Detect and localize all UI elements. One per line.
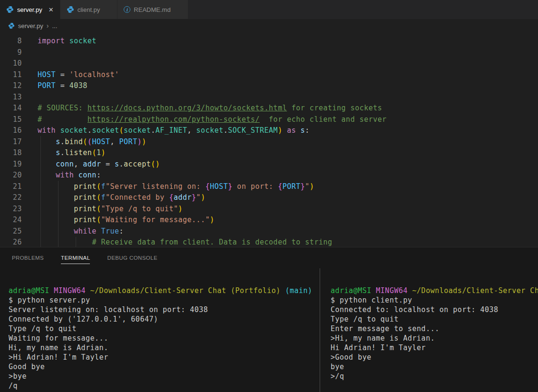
token: with <box>56 171 74 179</box>
token <box>38 216 74 224</box>
token <box>38 227 74 235</box>
breadcrumb-ellipsis[interactable]: ... <box>52 22 57 29</box>
code-line[interactable]: 14# SOURCES: https://docs.python.org/3/h… <box>0 103 538 114</box>
line-number: 21 <box>0 181 22 193</box>
breadcrumb-file[interactable]: server.py <box>18 22 43 29</box>
line-number: 17 <box>0 137 22 148</box>
token <box>296 126 301 135</box>
terminal-split: adria@MSI MINGW64 ~/Downloads/Client-Ser… <box>0 268 538 392</box>
breadcrumb[interactable]: server.py › ... <box>0 19 538 32</box>
token: >Hi, my name is Adrian. <box>331 334 435 343</box>
tab-server-py[interactable]: server.py ✕ <box>0 0 60 19</box>
token: adria@MSI <box>331 286 372 295</box>
token: accept <box>124 160 151 168</box>
indent-guide <box>40 136 41 247</box>
code-text: s.listen(1) <box>22 147 106 159</box>
code-editor[interactable]: 8import socket91011HOST = 'localhost'12P… <box>0 32 538 247</box>
code-line[interactable]: 22 print(f"Connected by {addr}") <box>0 192 538 204</box>
token: PORT <box>38 81 56 90</box>
token: with <box>38 126 56 135</box>
code-line[interactable]: 8import socket <box>0 36 538 47</box>
token: , <box>74 160 83 168</box>
vscode-window: server.py ✕ client.py i README.md server… <box>0 0 538 392</box>
token: as <box>287 126 296 135</box>
token: True <box>101 227 119 235</box>
info-icon: i <box>124 6 130 13</box>
token: print <box>74 182 97 191</box>
indent-guide <box>58 181 59 247</box>
terminal-line: Server listening on: localhost on port: … <box>9 305 320 314</box>
token: ) <box>137 137 142 146</box>
code-line[interactable]: 24 print("Waiting for message...") <box>0 215 538 226</box>
code-line[interactable]: 23 print("Type /q to quit") <box>0 204 538 215</box>
code-line[interactable]: 21 print(f"Server listening on: {HOST} o… <box>0 181 538 193</box>
token: . <box>88 126 92 135</box>
token: } <box>192 193 196 202</box>
code-line[interactable]: 20 with conn: <box>0 170 538 181</box>
code-line[interactable]: 25 while True: <box>0 226 538 237</box>
token: " <box>305 182 310 191</box>
token: (main) <box>285 286 312 295</box>
token: Server listening on: localhost on port: … <box>9 305 208 314</box>
code-line[interactable]: 18 s.listen(1) <box>0 147 538 159</box>
bottom-panel: PROBLEMS TERMINAL DEBUG CONSOLE adria@MS… <box>0 247 538 392</box>
token: import <box>38 37 65 45</box>
close-icon[interactable]: ✕ <box>49 6 54 13</box>
token: PORT <box>283 182 301 191</box>
token: 4038 <box>69 81 88 90</box>
token <box>56 126 60 135</box>
token: HOST <box>92 137 110 146</box>
terminal-client[interactable]: adria@MSI MINGW64 ~/Downloads/Client-Ser… <box>320 268 538 392</box>
chevron-right-icon: › <box>47 22 49 29</box>
line-number: 12 <box>0 80 22 92</box>
token: f <box>101 193 106 202</box>
code-line[interactable]: 13 <box>0 92 538 103</box>
code-line[interactable]: 15# https://realpython.com/python-socket… <box>0 114 538 126</box>
token: # SOURCES: <box>38 104 88 112</box>
token: HOST <box>38 70 56 79</box>
token: # <box>38 115 88 124</box>
code-line[interactable]: 9 <box>0 47 538 59</box>
line-number: 9 <box>0 47 22 59</box>
token: /q <box>9 382 18 390</box>
code-text <box>22 92 38 103</box>
panel-tab-terminal[interactable]: TERMINAL <box>61 252 90 264</box>
panel-tab-problems[interactable]: PROBLEMS <box>12 252 44 264</box>
code-text: with conn: <box>22 170 101 181</box>
token: Waiting for message... <box>9 334 108 343</box>
token: Type /q to quit <box>9 324 77 333</box>
tab-readme-md[interactable]: i README.md <box>117 0 188 19</box>
token: } <box>301 182 305 191</box>
tab-label: server.py <box>17 6 42 13</box>
terminal-server[interactable]: adria@MSI MINGW64 ~/Downloads/Client-Ser… <box>0 268 320 392</box>
token: print <box>74 193 97 202</box>
code-line[interactable]: 10 <box>0 58 538 69</box>
tab-client-py[interactable]: client.py <box>60 0 118 19</box>
token: , <box>187 126 196 135</box>
panel-tab-debug-console[interactable]: DEBUG CONSOLE <box>107 252 157 264</box>
token: "Server listening on: <box>106 182 205 191</box>
token: = <box>101 160 115 168</box>
token: { <box>205 182 210 191</box>
token: "Type /q to quit" <box>101 205 178 213</box>
token: MINGW64 <box>376 286 408 295</box>
code-line[interactable]: 17 s.bind((HOST, PORT)) <box>0 137 538 148</box>
token: : <box>119 227 124 235</box>
token: Hi, my name is Adrian. <box>9 343 108 352</box>
token <box>86 286 90 295</box>
tab-label: client.py <box>78 6 100 13</box>
code-text <box>22 58 38 69</box>
code-line[interactable]: 26 # Receive data from client. Data is d… <box>0 237 538 247</box>
token: $ python client.py <box>331 296 412 304</box>
code-line[interactable]: 11HOST = 'localhost' <box>0 69 538 81</box>
token: https://docs.python.org/3/howto/sockets.… <box>88 104 287 112</box>
token: AF_INET <box>156 126 187 135</box>
token: bye <box>331 363 344 371</box>
token: : <box>97 171 101 179</box>
code-line[interactable]: 16with socket.socket(socket.AF_INET, soc… <box>0 125 538 137</box>
token: SOCK_STREAM <box>228 126 278 135</box>
code-line[interactable]: 12PORT = 4038 <box>0 80 538 92</box>
line-number: 8 <box>0 36 22 47</box>
code-line[interactable]: 19 conn, addr = s.accept() <box>0 159 538 170</box>
code-text: HOST = 'localhost' <box>22 69 119 81</box>
